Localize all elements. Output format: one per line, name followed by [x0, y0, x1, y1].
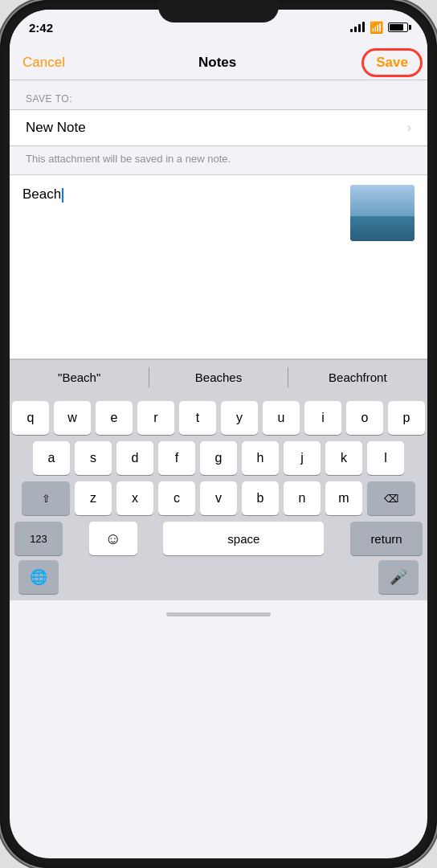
key-b[interactable]: b	[242, 481, 279, 515]
key-u[interactable]: u	[263, 401, 300, 435]
wifi-icon: 📶	[370, 21, 383, 34]
key-t[interactable]: t	[179, 401, 216, 435]
content-area: SAVE TO: New Note › This attachment will…	[10, 80, 427, 359]
key-l[interactable]: l	[367, 441, 404, 475]
save-button[interactable]: Save	[370, 51, 415, 73]
note-text: Beach	[22, 185, 342, 203]
save-to-label: SAVE TO:	[10, 93, 427, 109]
key-d[interactable]: d	[116, 441, 153, 475]
new-note-row[interactable]: New Note ›	[10, 109, 427, 146]
key-e[interactable]: e	[96, 401, 133, 435]
notch	[158, 0, 279, 23]
keyboard: q w e r t y u i o p a s d f g h j k	[10, 395, 427, 600]
key-o[interactable]: o	[346, 401, 383, 435]
predictive-item-1[interactable]: Beaches	[149, 360, 288, 395]
keyboard-row-2: a s d f g h j k l	[12, 441, 425, 475]
key-x[interactable]: x	[116, 481, 153, 515]
delete-key[interactable]: ⌫	[367, 481, 415, 515]
signal-icon	[350, 23, 365, 32]
status-time: 2:42	[29, 21, 53, 35]
predictive-item-0[interactable]: "Beach"	[10, 360, 149, 395]
text-cursor	[62, 188, 63, 203]
status-icons: 📶	[350, 21, 408, 34]
key-z[interactable]: z	[75, 481, 112, 515]
emoji-key[interactable]: ☺	[89, 522, 137, 555]
nav-bar: Cancel Notes Save	[10, 45, 427, 80]
predictive-bar: "Beach" Beaches Beachfront	[10, 359, 427, 395]
key-c[interactable]: c	[158, 481, 195, 515]
save-button-wrapper: Save	[370, 55, 415, 71]
phone-screen: 2:42 📶 Cancel Notes Save	[10, 10, 427, 858]
attachment-hint: This attachment will be saved in a new n…	[10, 146, 427, 174]
key-m[interactable]: m	[325, 481, 362, 515]
key-k[interactable]: k	[325, 441, 362, 475]
chevron-right-icon: ›	[407, 121, 411, 135]
key-a[interactable]: a	[33, 441, 70, 475]
key-n[interactable]: n	[284, 481, 321, 515]
key-v[interactable]: v	[200, 481, 237, 515]
home-bar	[166, 612, 271, 616]
key-j[interactable]: j	[284, 441, 321, 475]
globe-key[interactable]: 🌐	[18, 560, 59, 594]
note-edit-area[interactable]: Beach	[10, 174, 427, 359]
key-i[interactable]: i	[304, 401, 341, 435]
shift-key[interactable]: ⇧	[22, 481, 70, 515]
keyboard-row-5: 🌐 🎤	[12, 559, 425, 594]
key-w[interactable]: w	[54, 401, 91, 435]
key-f[interactable]: f	[158, 441, 195, 475]
battery-icon	[388, 23, 408, 32]
key-q[interactable]: q	[12, 401, 49, 435]
mic-key[interactable]: 🎤	[378, 560, 419, 594]
keyboard-row-4: 123 ☺ space return	[12, 522, 425, 555]
keyboard-row-1: q w e r t y u i o p	[12, 401, 425, 435]
return-key[interactable]: return	[350, 522, 423, 555]
image-thumbnail	[350, 185, 415, 241]
home-indicator	[10, 600, 427, 628]
cancel-button[interactable]: Cancel	[22, 55, 65, 71]
nav-title: Notes	[198, 55, 236, 71]
phone-frame: 2:42 📶 Cancel Notes Save	[0, 0, 437, 868]
new-note-text: New Note	[26, 120, 407, 136]
keyboard-row-3: ⇧ z x c v b n m ⌫	[12, 481, 425, 515]
numbers-key[interactable]: 123	[14, 522, 63, 555]
key-r[interactable]: r	[137, 401, 174, 435]
key-s[interactable]: s	[75, 441, 112, 475]
key-y[interactable]: y	[221, 401, 258, 435]
space-key[interactable]: space	[163, 522, 324, 555]
key-p[interactable]: p	[388, 401, 425, 435]
key-g[interactable]: g	[200, 441, 237, 475]
predictive-item-2[interactable]: Beachfront	[288, 360, 427, 395]
key-h[interactable]: h	[242, 441, 279, 475]
